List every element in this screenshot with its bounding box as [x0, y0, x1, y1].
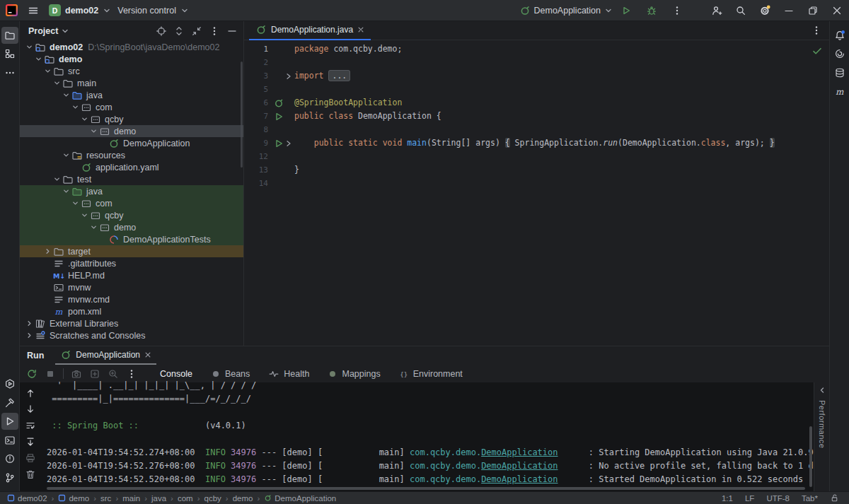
tool-button-maven[interactable]: m — [831, 83, 848, 100]
tree-row-test[interactable]: test — [20, 173, 243, 185]
tree-row-java[interactable]: java — [20, 185, 243, 197]
line-ending[interactable]: LF — [745, 494, 754, 503]
indent-style[interactable]: Tab* — [802, 494, 818, 503]
zoom-button[interactable] — [108, 368, 119, 380]
project-scrollbar[interactable] — [241, 61, 243, 168]
tree-row-com[interactable]: com — [20, 197, 243, 209]
tree-row-application.yaml[interactable]: application.yaml — [20, 161, 243, 173]
close-button[interactable] — [825, 0, 849, 21]
breadcrumb-main[interactable]: main — [122, 494, 140, 503]
chevron-right-icon[interactable] — [25, 320, 33, 327]
run-tab[interactable]: DemoApplication — [55, 346, 156, 365]
close-icon[interactable] — [144, 351, 151, 358]
locate-opened-file-button[interactable] — [156, 25, 167, 37]
chevron-down-icon[interactable] — [81, 211, 88, 219]
run-gutter-icon[interactable] — [273, 138, 284, 149]
tool-button-database[interactable] — [831, 64, 848, 81]
code-with-me-button[interactable] — [705, 0, 729, 21]
run-gutter-icon[interactable] — [273, 111, 284, 122]
tree-row-qcby[interactable]: qcby — [20, 209, 243, 221]
hide-panel-button[interactable] — [226, 25, 238, 37]
chevron-down-icon[interactable] — [62, 91, 70, 99]
run-view-tab-health[interactable]: Health — [268, 368, 309, 380]
tree-row-pom.xml[interactable]: mpom.xml — [20, 305, 243, 317]
code-line[interactable]: 2 — [244, 56, 829, 69]
settings-button[interactable] — [753, 0, 777, 21]
code-line[interactable]: 3import ... — [244, 69, 829, 83]
chevron-right-icon[interactable] — [25, 332, 33, 339]
fold-arrow-icon[interactable] — [285, 140, 292, 147]
run-view-tab-beans[interactable]: Beans — [211, 368, 250, 380]
tree-row-mvnw[interactable]: mvnw — [20, 281, 243, 293]
project-panel-title[interactable]: Project — [28, 26, 58, 36]
debug-button[interactable] — [642, 1, 661, 20]
scroll-down-button[interactable] — [25, 404, 36, 415]
code-line[interactable]: 9 public static void main(String[] args)… — [244, 136, 829, 150]
collapse-icon[interactable] — [818, 386, 826, 394]
chevron-right-icon[interactable] — [44, 247, 52, 255]
editor-tab[interactable]: DemoApplication.java — [249, 21, 371, 40]
more-run-options-button[interactable] — [668, 1, 686, 20]
chevron-down-icon[interactable] — [44, 67, 52, 75]
inspection-ok-icon[interactable] — [812, 45, 823, 57]
tree-row-main[interactable]: main — [20, 77, 243, 89]
tree-row-demo02[interactable]: demo02D:\SpringBoot\javaDemo\demo02 — [20, 41, 243, 53]
tree-row-target[interactable]: target — [20, 245, 243, 257]
code-line[interactable]: 1package com.qcby.demo; — [244, 42, 829, 56]
code-line[interactable]: 8 — [244, 123, 829, 136]
tool-button-version-control[interactable] — [1, 469, 18, 486]
tree-row-HELP.md[interactable]: M↓HELP.md — [20, 269, 243, 281]
tree-row-.gitattributes[interactable]: .gitattributes — [20, 257, 243, 269]
chevron-down-icon[interactable] — [62, 187, 70, 195]
scroll-to-end-button[interactable] — [25, 436, 36, 447]
tool-button-problems[interactable] — [1, 450, 18, 467]
code-line[interactable]: 6@SpringBootApplication — [244, 96, 829, 110]
breadcrumb-qcby[interactable]: qcby — [204, 494, 221, 503]
code-line[interactable]: 13} — [244, 163, 829, 177]
tool-button-ai-assistant[interactable] — [831, 45, 848, 62]
console-vscrollbar[interactable] — [809, 426, 812, 487]
editor-options-icon[interactable] — [811, 25, 822, 36]
minimize-button[interactable] — [777, 0, 801, 21]
breadcrumb-demo02[interactable]: demo02 — [7, 494, 47, 503]
clear-all-button[interactable] — [25, 469, 36, 480]
tree-row-resources[interactable]: resources — [20, 149, 243, 161]
run-button[interactable] — [617, 1, 635, 20]
tool-button-terminal[interactable] — [1, 432, 18, 449]
more-options-button[interactable] — [126, 368, 137, 380]
chevron-down-icon[interactable] — [53, 79, 61, 87]
tool-button-build[interactable] — [1, 394, 18, 411]
code-editor[interactable]: 1package com.qcby.demo;23import ...56@Sp… — [244, 40, 829, 346]
add-configuration-button[interactable] — [89, 368, 100, 380]
chevron-down-icon[interactable] — [90, 127, 98, 135]
close-icon[interactable] — [357, 26, 364, 33]
breadcrumb-demo[interactable]: demo — [233, 494, 253, 503]
run-view-tab-environment[interactable]: {}Environment — [399, 368, 463, 380]
lock-icon[interactable] — [830, 493, 839, 503]
tree-row-demo[interactable]: demo — [20, 125, 243, 137]
breadcrumb-src[interactable]: src — [100, 494, 111, 503]
tree-row-demo[interactable]: demo — [20, 221, 243, 233]
chevron-down-icon[interactable] — [35, 55, 42, 63]
tree-row-DemoApplication[interactable]: DemoApplication — [20, 137, 243, 149]
performance-tab[interactable]: Performance — [818, 400, 826, 448]
code-line[interactable]: 5 — [244, 83, 829, 96]
run-view-tab-console[interactable]: Console — [160, 368, 192, 380]
print-button[interactable] — [25, 452, 36, 464]
stop-button[interactable] — [45, 368, 56, 380]
chevron-down-icon[interactable] — [62, 151, 70, 159]
run-configuration-selector[interactable]: DemoApplication — [519, 5, 613, 16]
screenshot-button[interactable] — [71, 368, 82, 380]
soft-wrap-button[interactable] — [25, 420, 36, 431]
tool-button-services[interactable] — [1, 375, 18, 392]
tree-row-External Libraries[interactable]: External Libraries — [20, 317, 243, 329]
tree-row-demo[interactable]: demo — [20, 53, 243, 65]
chevron-down-icon[interactable] — [25, 43, 33, 51]
project-widget[interactable]: D demo02 — [49, 4, 111, 16]
encoding[interactable]: UTF-8 — [766, 494, 790, 503]
console-output[interactable]: ' |____| .__|_| |_|_| |_\__, | / / / / =… — [41, 379, 814, 491]
tool-button-project[interactable] — [1, 27, 18, 44]
caret-position[interactable]: 1:1 — [722, 494, 733, 503]
run-panel-title[interactable]: Run — [27, 351, 44, 361]
console-hscrollbar[interactable] — [47, 487, 805, 490]
